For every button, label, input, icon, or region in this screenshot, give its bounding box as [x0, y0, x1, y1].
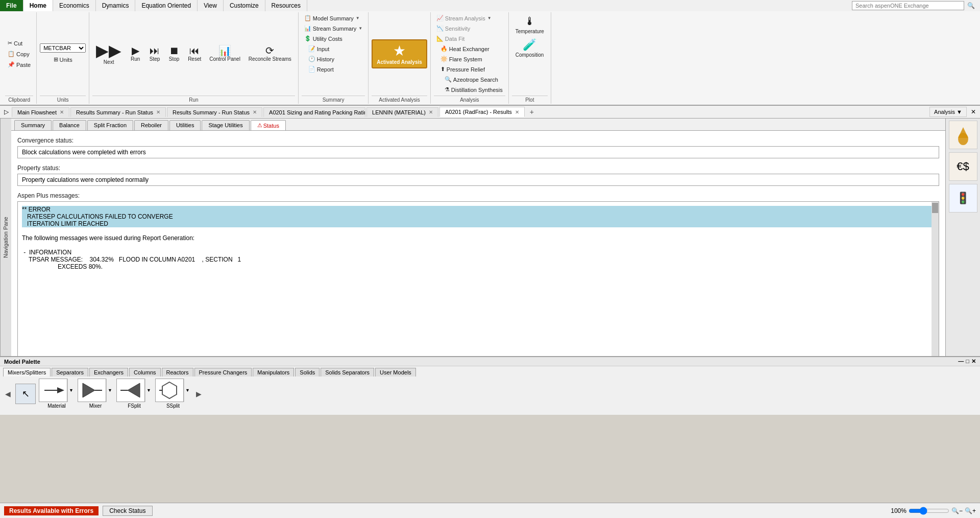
check-status-button[interactable]: Check Status: [103, 506, 152, 516]
tab-resources[interactable]: Resources: [265, 0, 307, 11]
doc-tab-main-flowsheet[interactable]: Main Flowsheet ✕: [12, 107, 69, 117]
data-fit-button[interactable]: 📐 Data Fit: [434, 34, 468, 43]
material-dropdown-icon[interactable]: ▼: [67, 379, 75, 402]
history-button[interactable]: 🕐 History: [306, 54, 337, 64]
close-a0201-results-icon[interactable]: ✕: [515, 109, 519, 115]
svg-marker-3: [57, 387, 64, 393]
zoom-out-icon[interactable]: 🔍−: [951, 507, 963, 514]
copy-button[interactable]: 📋 Copy: [5, 49, 33, 59]
right-panel-item-2[interactable]: €$: [949, 152, 977, 181]
palette-tab-mixers[interactable]: Mixers/Splitters: [3, 368, 51, 376]
close-lennin-icon[interactable]: ✕: [429, 109, 433, 115]
palette-restore-icon[interactable]: □: [966, 358, 969, 365]
azeotrope-search-button[interactable]: 🔍 Azeotrope Search: [442, 75, 505, 84]
heat-exchanger-button[interactable]: 🔥 Heat Exchanger: [438, 44, 505, 54]
inner-tab-summary[interactable]: Summary: [14, 120, 52, 130]
pressure-relief-button[interactable]: ⬆ Pressure Relief: [438, 64, 505, 74]
doc-tab-a0201-results[interactable]: A0201 (RadFrac) - Results ✕: [439, 107, 525, 117]
control-panel-button[interactable]: 📊 Control Panel: [206, 44, 244, 64]
tab-expand-icon[interactable]: ▷: [1, 107, 12, 117]
temperature-button[interactable]: 🌡 Temperature: [512, 13, 548, 36]
close-results-2-icon[interactable]: ✕: [253, 109, 257, 115]
palette-scroll-left-icon[interactable]: ◀: [3, 390, 12, 398]
tab-home[interactable]: Home: [23, 0, 53, 11]
doc-tab-results-summary-1[interactable]: Results Summary - Run Status ✕: [70, 107, 166, 117]
stream-analysis-button[interactable]: 📈 Stream Analysis ▼: [434, 13, 494, 23]
step-button[interactable]: ⏭ Step: [145, 44, 164, 64]
inner-tab-status[interactable]: ⚠ Status: [251, 120, 286, 130]
inner-tab-split-fraction[interactable]: Split Fraction: [87, 120, 133, 130]
palette-item-mixer[interactable]: ▼ Mixer: [78, 379, 113, 409]
flare-system-button[interactable]: 🔆 Flare System: [438, 54, 505, 64]
doc-tab-lennin[interactable]: LENNIN (MATERIAL) ✕: [366, 107, 438, 117]
mixer-dropdown-icon[interactable]: ▼: [106, 379, 113, 402]
fsplit-dropdown-icon[interactable]: ▼: [145, 379, 152, 402]
utility-costs-button[interactable]: 💲 Utility Costs: [302, 34, 345, 43]
tab-customize[interactable]: Customize: [224, 0, 265, 11]
messages-label: Aspen Plus messages:: [17, 192, 939, 199]
palette-tab-exchangers[interactable]: Exchangers: [89, 368, 128, 376]
palette-item-fsplit[interactable]: ▼ FSplit: [116, 379, 152, 409]
inner-tab-balance[interactable]: Balance: [53, 120, 86, 130]
palette-item-material[interactable]: ▼ Material: [39, 379, 75, 409]
palette-tab-solids[interactable]: Solids: [295, 368, 320, 376]
palette-close-icon[interactable]: ✕: [971, 358, 976, 365]
palette-cursor-tool[interactable]: ↖: [15, 384, 36, 404]
ssplit-dropdown-icon[interactable]: ▼: [184, 379, 191, 402]
messages-scrollbar[interactable]: [932, 202, 939, 356]
close-main-flowsheet-icon[interactable]: ✕: [60, 109, 64, 115]
add-tab-button[interactable]: +: [526, 106, 538, 117]
scroll-thumb[interactable]: [932, 203, 938, 213]
reconcile-streams-button[interactable]: ⟳ Reconcile Streams: [245, 44, 295, 64]
messages-box[interactable]: ** ERROR RATESEP CALCULATIONS FAILED TO …: [17, 201, 939, 356]
input-button[interactable]: 📝 Input: [306, 44, 337, 54]
stop-button[interactable]: ⏹ Stop: [165, 44, 183, 64]
palette-tab-pressure-changers[interactable]: Pressure Changers: [194, 368, 252, 376]
palette-tab-user-models[interactable]: User Models: [375, 368, 416, 376]
palette-scroll-right-icon[interactable]: ▶: [194, 390, 203, 398]
doc-tab-a0201-sizing[interactable]: A0201 Sizing and Rating Packing Rating 1…: [263, 107, 365, 117]
activated-analysis-button[interactable]: ★ Activated Analysis: [372, 39, 427, 68]
sensitivity-button[interactable]: 📉 Sensitivity: [434, 23, 473, 33]
inner-tab-reboiler[interactable]: Reboiler: [134, 120, 168, 130]
inner-tab-utilities[interactable]: Utilities: [169, 120, 201, 130]
reset-button[interactable]: ⏮ Reset: [184, 44, 205, 64]
navigation-pane[interactable]: Navigation Pane: [0, 119, 11, 356]
palette-tab-reactors[interactable]: Reactors: [162, 368, 193, 376]
close-results-1-icon[interactable]: ✕: [156, 109, 160, 115]
run-button[interactable]: ▶ Run: [126, 44, 144, 64]
zoom-in-icon[interactable]: 🔍+: [965, 507, 976, 514]
doc-tab-results-summary-2[interactable]: Results Summary - Run Status ✕: [167, 107, 262, 117]
palette-tab-manipulators[interactable]: Manipulators: [253, 368, 294, 376]
next-icon: ▶▶: [96, 42, 121, 59]
tab-dynamics[interactable]: Dynamics: [96, 0, 136, 11]
tab-economics[interactable]: Economics: [53, 0, 96, 11]
search-icon[interactable]: 🔍: [964, 1, 978, 10]
analysis-panel-button[interactable]: Analysis ▼: [929, 107, 967, 117]
tab-equation-oriented[interactable]: Equation Oriented: [135, 0, 198, 11]
palette-minimize-icon[interactable]: —: [958, 358, 964, 365]
report-button[interactable]: 📄 Report: [306, 64, 337, 74]
palette-tab-columns[interactable]: Columns: [129, 368, 160, 376]
palette-tab-separators[interactable]: Separators: [52, 368, 88, 376]
stream-summary-button[interactable]: 📊 Stream Summary ▼: [302, 23, 365, 33]
right-panel-item-1[interactable]: [949, 121, 977, 149]
palette-item-ssplit[interactable]: ▼ SSplit: [155, 379, 191, 409]
tab-view[interactable]: View: [198, 0, 224, 11]
cut-button[interactable]: ✂ Cut: [5, 38, 33, 48]
tab-bar-close-icon[interactable]: ✕: [968, 107, 979, 117]
units-selector[interactable]: METCBAR: [40, 43, 86, 53]
unit-sets-button[interactable]: ⊞ Units: [51, 55, 75, 64]
paste-button[interactable]: 📌 Paste: [5, 60, 33, 69]
search-input[interactable]: [852, 1, 964, 10]
distillation-synthesis-button[interactable]: ⚗ Distillation Synthesis: [442, 85, 505, 95]
composition-button[interactable]: 🧪 Composition: [512, 37, 548, 60]
right-panel-item-3[interactable]: 🚦: [949, 184, 977, 213]
inner-tab-stage-utilities[interactable]: Stage Utilities: [202, 120, 249, 130]
units-label: Units: [40, 96, 86, 103]
model-summary-button[interactable]: 📋 Model Summary ▼: [302, 13, 362, 23]
zoom-slider[interactable]: [909, 507, 949, 515]
next-button[interactable]: ▶▶ Next: [92, 41, 125, 67]
tab-file[interactable]: File: [0, 0, 23, 11]
palette-tab-solids-separators[interactable]: Solids Separators: [321, 368, 374, 376]
